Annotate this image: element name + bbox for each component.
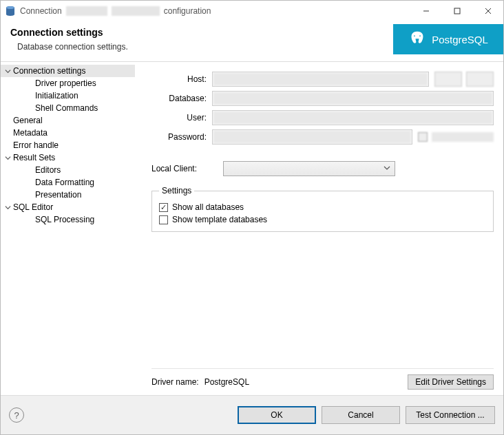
- label-database: Database:: [151, 94, 207, 103]
- save-password-checkbox[interactable]: [418, 132, 428, 142]
- close-button[interactable]: [472, 1, 503, 21]
- titlebar: Connection configuration: [1, 1, 503, 21]
- label-port-redacted: [434, 72, 462, 87]
- label-show-template-databases: Show template databases: [172, 215, 267, 224]
- nav-item-error-handle[interactable]: Error handle: [1, 139, 135, 151]
- nav-item-connection-settings[interactable]: Connection settings: [1, 65, 135, 77]
- input-port[interactable]: [466, 72, 494, 87]
- checkbox-show-template-databases[interactable]: [159, 215, 168, 224]
- cancel-button[interactable]: Cancel: [322, 406, 400, 424]
- content-pane: Host: Database: User: Password:: [135, 62, 503, 395]
- nav-item-data-formatting[interactable]: Data Formatting: [1, 176, 135, 189]
- nav-item-label: Error handle: [12, 140, 59, 150]
- window-title-redacted-2: [112, 6, 160, 16]
- nav-item-shell-commands[interactable]: Shell Commands: [1, 102, 135, 114]
- settings-legend: Settings: [159, 186, 194, 195]
- nav-item-label: General: [12, 116, 43, 125]
- settings-group: Settings Show all databases Show templat…: [151, 186, 494, 232]
- nav-item-result-sets[interactable]: Result Sets: [1, 151, 135, 164]
- nav-item-label: Editors: [34, 165, 61, 175]
- minimize-button[interactable]: [410, 1, 441, 21]
- brand-badge: PostgreSQL: [393, 24, 503, 54]
- row-database: Database:: [151, 91, 494, 106]
- label-password: Password:: [151, 132, 207, 142]
- nav-item-label: Driver properties: [34, 78, 96, 88]
- svg-rect-2: [454, 8, 460, 14]
- label-user: User:: [151, 113, 207, 123]
- nav-item-label: Initialization: [34, 91, 78, 100]
- chevron-down-icon[interactable]: [3, 204, 12, 211]
- cancel-button-label: Cancel: [348, 410, 373, 420]
- host-port-area: [434, 72, 494, 87]
- nav-item-label: SQL Processing: [34, 215, 94, 224]
- nav-item-label: Shell Commands: [34, 103, 98, 113]
- input-database[interactable]: [212, 91, 494, 106]
- row-show-template-databases: Show template databases: [159, 215, 486, 224]
- nav-item-label: Result Sets: [12, 153, 55, 162]
- driver-row: Driver name: PostgreSQL Edit Driver Sett…: [151, 368, 494, 390]
- input-user[interactable]: [212, 110, 494, 125]
- edit-driver-settings-button[interactable]: Edit Driver Settings: [408, 374, 494, 390]
- postgresql-icon: [408, 30, 426, 48]
- nav-item-general[interactable]: General: [1, 114, 135, 127]
- nav-item-driver-properties[interactable]: Driver properties: [1, 77, 135, 89]
- nav-item-metadata[interactable]: Metadata: [1, 127, 135, 139]
- input-password[interactable]: [212, 129, 412, 145]
- nav-item-sql-processing[interactable]: SQL Processing: [1, 213, 135, 226]
- driver-name-value: PostgreSQL: [204, 377, 408, 387]
- nav-item-initialization[interactable]: Initialization: [1, 89, 135, 102]
- window-title-prefix: Connection: [20, 6, 62, 16]
- nav-item-label: Connection settings: [12, 66, 85, 76]
- nav-item-editors[interactable]: Editors: [1, 164, 135, 176]
- nav-item-label: Data Formatting: [34, 178, 94, 187]
- footer: ? OK Cancel Test Connection ...: [1, 396, 503, 434]
- label-show-all-databases: Show all databases: [172, 202, 244, 212]
- header: Connection settings Database connection …: [1, 21, 503, 61]
- nav-item-presentation[interactable]: Presentation: [1, 189, 135, 201]
- nav-item-label: Metadata: [12, 128, 48, 138]
- chevron-down-icon[interactable]: [3, 155, 12, 161]
- driver-name-label: Driver name:: [151, 377, 199, 387]
- nav-item-label: Presentation: [34, 190, 81, 200]
- save-password-area: [418, 132, 494, 142]
- chevron-down-icon: [384, 164, 390, 173]
- help-icon[interactable]: ?: [9, 407, 24, 423]
- row-password: Password:: [151, 129, 494, 145]
- window-title-suffix: configuration: [164, 6, 211, 16]
- ok-button-label: OK: [271, 410, 282, 420]
- window-title-redacted-1: [66, 6, 107, 16]
- test-connection-button[interactable]: Test Connection ...: [406, 406, 495, 424]
- row-user: User:: [151, 110, 494, 125]
- row-show-all-databases: Show all databases: [159, 202, 486, 212]
- local-client-combo[interactable]: [223, 161, 395, 176]
- nav-tree: Connection settingsDriver propertiesInit…: [1, 62, 135, 395]
- input-host[interactable]: [212, 72, 429, 87]
- maximize-button[interactable]: [441, 1, 472, 21]
- brand-text: PostgreSQL: [432, 34, 488, 45]
- label-host: Host:: [151, 74, 207, 84]
- row-host: Host:: [151, 72, 494, 87]
- checkbox-show-all-databases[interactable]: [159, 203, 168, 212]
- nav-item-sql-editor[interactable]: SQL Editor: [1, 201, 135, 213]
- main: Connection settingsDriver propertiesInit…: [1, 61, 503, 396]
- svg-point-0: [6, 6, 14, 9]
- nav-item-label: SQL Editor: [12, 202, 53, 212]
- save-password-label-redacted: [432, 132, 494, 142]
- row-local-client: Local Client:: [151, 161, 494, 176]
- chevron-down-icon[interactable]: [3, 68, 12, 74]
- label-local-client: Local Client:: [151, 164, 218, 173]
- ok-button[interactable]: OK: [238, 406, 316, 424]
- test-connection-label: Test Connection ...: [416, 410, 484, 420]
- app-icon: [5, 6, 16, 17]
